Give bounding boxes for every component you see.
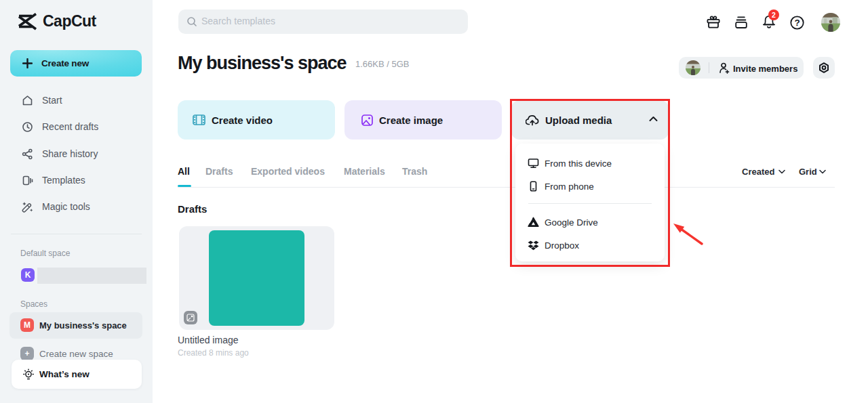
svg-text:?: ? xyxy=(794,18,800,28)
